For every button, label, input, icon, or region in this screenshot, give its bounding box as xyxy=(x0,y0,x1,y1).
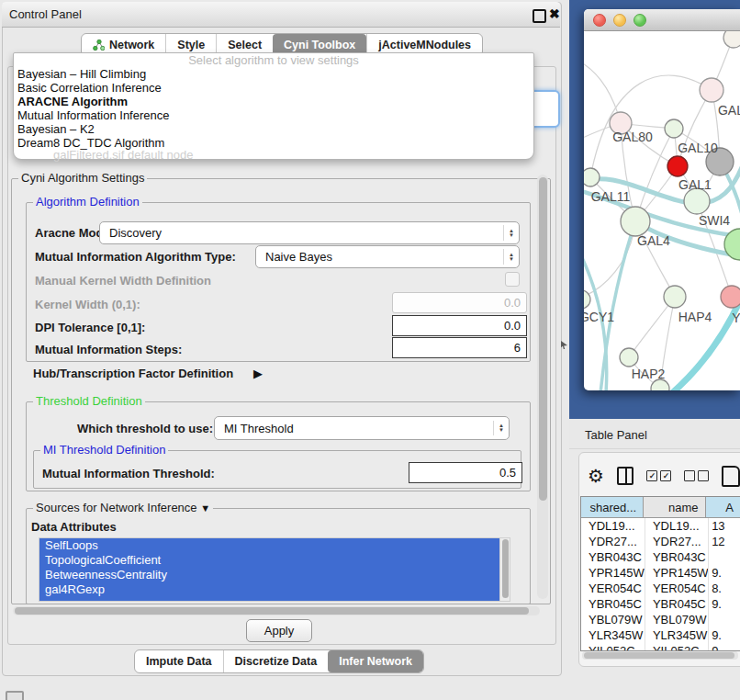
minimized-panel-icon[interactable] xyxy=(6,691,24,700)
table-row[interactable]: YBR043C YBR043C xyxy=(581,549,740,565)
node[interactable] xyxy=(723,31,740,48)
close-icon[interactable]: ✖ xyxy=(549,6,560,21)
node-gal4[interactable] xyxy=(621,207,650,236)
mi-steps-label: Mutual Information Steps: xyxy=(35,343,182,356)
hub-definition-label: Hub/Transcription Factor Definition xyxy=(33,367,233,380)
mi-threshold-label: Mutual Information Threshold: xyxy=(42,467,215,480)
tab-impute-data[interactable]: Impute Data xyxy=(135,650,223,672)
select-all-icon[interactable]: ✓✓ xyxy=(646,470,671,481)
manual-kernel-width-checkbox[interactable] xyxy=(505,272,520,287)
node-gal1[interactable] xyxy=(684,188,710,214)
panel-title: Control Panel xyxy=(9,7,82,21)
dropdown-item[interactable]: Mutual Information Inference xyxy=(14,108,533,122)
gear-icon[interactable]: ⚙ xyxy=(588,467,604,485)
list-item[interactable]: TopologicalCoefficient xyxy=(39,553,499,568)
node-hap2[interactable] xyxy=(620,348,638,367)
data-attributes-list: SelfLoops TopologicalCoefficient Between… xyxy=(39,537,510,602)
mi-algorithm-type-label: Mutual Information Algorithm Type: xyxy=(35,250,236,264)
table-row[interactable]: YLR345W YLR345W 9. xyxy=(581,627,740,643)
which-threshold-combobox[interactable]: MI Threshold ▲▼ xyxy=(214,416,510,440)
scrollbar-thumb[interactable] xyxy=(15,607,529,615)
table-toolbar: ⚙ ✓✓ xyxy=(588,462,740,490)
table-row[interactable]: YBL079W YBL079W xyxy=(581,612,740,627)
kernel-width-label: Kernel Width (0,1): xyxy=(35,298,140,311)
mi-threshold-field[interactable]: 0.5 xyxy=(409,462,522,483)
scrollbar-thumb[interactable] xyxy=(502,539,509,598)
data-attributes-label: Data Attributes xyxy=(31,520,117,534)
mi-algorithm-type-combobox[interactable]: Naive Bayes ▲▼ xyxy=(255,245,520,268)
dpi-tolerance-label: DPI Tolerance [0,1]: xyxy=(35,321,145,334)
algorithm-dropdown-popup: Select algorithm to view settings Bayesi… xyxy=(13,52,534,160)
float-window-icon[interactable] xyxy=(533,9,546,23)
node-label: GAL80 xyxy=(612,130,653,144)
table-horizontal-scrollbar[interactable] xyxy=(582,651,738,660)
close-window-button[interactable] xyxy=(593,14,606,27)
minimize-window-button[interactable] xyxy=(613,14,626,27)
table-panel-title: Table Panel xyxy=(585,428,647,442)
dropdown-item[interactable]: Bayesian – K2 xyxy=(14,122,533,136)
zoom-window-button[interactable] xyxy=(633,14,646,27)
node-label: GAL xyxy=(718,103,740,118)
table-row[interactable]: YDL19... YDL19... 13 xyxy=(581,518,740,534)
columns-icon[interactable] xyxy=(617,467,634,485)
node-gal80[interactable] xyxy=(665,119,683,138)
which-threshold-label: Which threshold to use: xyxy=(77,422,213,435)
node-label: GAL10 xyxy=(678,141,718,155)
deselect-all-icon[interactable] xyxy=(684,470,709,481)
list-scrollbar[interactable] xyxy=(499,538,510,601)
network-graph: GAL GAL80 GAL10 GAL1 GAL11 SWI4 GAL4 GCY… xyxy=(584,31,740,390)
dropdown-item[interactable]: Basic Correlation Inference xyxy=(14,81,533,95)
control-panel-titlebar xyxy=(2,2,560,28)
cyni-settings-legend: Cyni Algorithm Settings xyxy=(18,172,147,185)
settings-vertical-scrollbar[interactable] xyxy=(537,175,548,599)
expand-arrow-icon[interactable]: ▶ xyxy=(253,367,263,380)
combo-arrows-icon: ▲▼ xyxy=(503,225,519,240)
network-default-node-ghost-text: galFiltered.sif default node xyxy=(53,148,193,162)
node-label: HAP4 xyxy=(678,310,712,324)
document-icon[interactable] xyxy=(722,466,740,487)
table-row[interactable]: YPR145W YPR145W 9. xyxy=(581,565,740,581)
tab-network-label: Network xyxy=(109,39,154,51)
node-label: GCY1 xyxy=(584,310,614,324)
sources-legend: Sources for Network Inference ▼ xyxy=(33,502,213,514)
tab-infer-network[interactable]: Infer Network xyxy=(328,650,423,672)
tab-discretize-data[interactable]: Discretize Data xyxy=(223,650,329,672)
dpi-tolerance-field[interactable]: 0.0 xyxy=(392,315,527,336)
column-header-partial[interactable]: A xyxy=(706,497,740,517)
table-row[interactable]: YDR27... YDR27... 12 xyxy=(581,534,740,549)
manual-kernel-width-label: Manual Kernel Width Definition xyxy=(35,274,211,288)
node[interactable] xyxy=(700,78,723,102)
network-window-titlebar xyxy=(584,9,740,31)
table-row[interactable]: YIL052C YIL052C 9. xyxy=(581,643,740,651)
node-label: Y xyxy=(732,310,740,325)
mi-steps-field[interactable]: 6 xyxy=(392,337,527,358)
node-gal11[interactable] xyxy=(584,168,600,186)
list-item[interactable]: BetweennessCentrality xyxy=(39,568,499,582)
node-selected-red[interactable] xyxy=(667,156,688,176)
node-label: HAP2 xyxy=(632,367,666,381)
collapse-arrow-icon[interactable]: ▼ xyxy=(200,502,210,514)
network-icon xyxy=(93,40,105,51)
table-row[interactable]: YBR045C YBR045C 9. xyxy=(581,596,740,612)
apply-button[interactable]: Apply xyxy=(246,619,312,642)
network-canvas[interactable]: GAL GAL80 GAL10 GAL1 GAL11 SWI4 GAL4 GCY… xyxy=(584,31,740,390)
scrollbar-thumb[interactable] xyxy=(539,177,547,501)
table-header-row: shared... name A xyxy=(581,497,740,518)
selected-attributes: SelfLoops TopologicalCoefficient Between… xyxy=(39,538,499,601)
column-header-name[interactable]: name xyxy=(644,497,705,517)
node[interactable] xyxy=(721,286,740,308)
dropdown-item[interactable]: Bayesian – Hill Climbing xyxy=(14,67,533,81)
list-item[interactable]: gal4RGexp xyxy=(39,582,499,597)
aracne-mode-combobox[interactable]: Discovery ▲▼ xyxy=(99,221,520,244)
node-hap4[interactable] xyxy=(664,286,686,308)
scrollbar-thumb[interactable] xyxy=(584,652,734,659)
bottom-tabbar: Impute Data Discretize Data Infer Networ… xyxy=(134,649,424,673)
column-header-shared-name[interactable]: shared... xyxy=(581,497,644,517)
settings-horizontal-scrollbar[interactable] xyxy=(13,606,540,615)
dropdown-item-aracne[interactable]: ARACNE Algorithm xyxy=(14,95,533,108)
combo-arrows-icon: ▲▼ xyxy=(503,249,519,264)
threshold-definition-legend: Threshold Definition xyxy=(33,395,145,408)
list-item[interactable]: SelfLoops xyxy=(39,538,499,553)
kernel-width-field[interactable]: 0.0 xyxy=(392,292,527,313)
table-row[interactable]: YER054C YER054C 8. xyxy=(581,581,740,596)
